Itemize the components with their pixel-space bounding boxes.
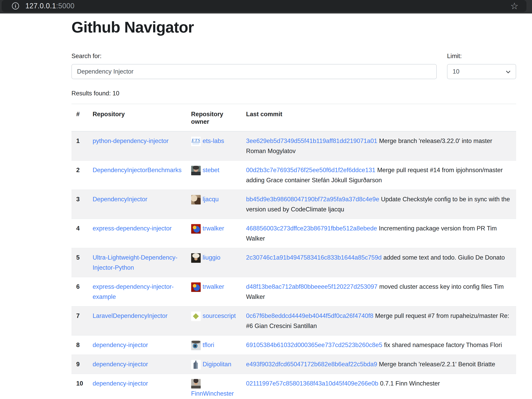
url-port: :5000 (56, 2, 75, 10)
limit-selected-value: 10 (453, 68, 459, 75)
repository-link[interactable]: express-dependency-injector-example (93, 283, 173, 300)
owner-avatar: ETS (191, 137, 201, 146)
repository-cell: Ultra-Lightweight-Dependency-Injector-Py… (88, 248, 186, 277)
row-number: 1 (71, 131, 88, 161)
commit-message: Merge branch 'release/2.2.1' Benoit Bria… (379, 361, 495, 368)
search-form: Search for: Limit: 10 (71, 53, 516, 79)
star-outline-icon[interactable]: ☆ (510, 1, 519, 11)
owner-avatar (191, 253, 201, 263)
row-number: 10 (71, 374, 88, 399)
table-row: 6 express-dependency-injector-example tr… (71, 277, 516, 306)
owner-link[interactable]: FinnWinchester (191, 390, 234, 397)
commit-hash-link[interactable]: 69105384b61032d000365ee737cd2523b260c8e5 (246, 342, 382, 348)
owner-avatar (191, 224, 201, 233)
owner-link[interactable]: stebet (203, 166, 219, 173)
owner-avatar (191, 379, 201, 388)
info-circle-icon[interactable]: i (12, 2, 19, 10)
repository-link[interactable]: Ultra-Lightweight-Dependency-Injector-Py… (93, 254, 177, 271)
search-input[interactable] (71, 64, 437, 79)
owner-cell: trwalker (186, 219, 241, 248)
ets-logo-text: ETS (191, 137, 201, 143)
row-number: 6 (71, 277, 88, 306)
repository-link[interactable]: LaravelDependencyInjector (93, 312, 167, 319)
commit-hash-link[interactable]: e493f9032dfcd65047172b682e8b6eaf22c5bda9 (246, 361, 377, 368)
repository-cell: DependencyInjector (88, 190, 186, 219)
repository-cell: dependency-injector (88, 355, 186, 374)
repository-link[interactable]: express-dependency-injector (93, 225, 171, 232)
row-number: 9 (71, 355, 88, 374)
owner-link[interactable]: ets-labs (203, 137, 224, 144)
owner-avatar (191, 195, 201, 204)
owner-link[interactable]: sourcescript (203, 312, 236, 319)
owner-link[interactable]: liuggio (203, 254, 221, 261)
commit-cell: 0c67f6be8eddcd4449eb4044f5df0ca26f4740f8… (241, 306, 516, 336)
repository-link[interactable]: python-dependency-injector (93, 137, 169, 144)
commit-hash-link[interactable]: 02111997e57c85801368f43a10d45f409e266e0b (246, 380, 378, 387)
table-row: 7 LaravelDependencyInjector sourcescript… (71, 306, 516, 336)
commit-message: added some text and todo. Giulio De Dona… (383, 254, 505, 261)
table-row: 4 express-dependency-injector trwalker 4… (71, 219, 516, 248)
table-row: 5 Ultra-Lightweight-Dependency-Injector-… (71, 248, 516, 277)
limit-label: Limit: (447, 53, 516, 60)
limit-select[interactable]: 10 (447, 64, 516, 79)
repository-cell: dependency-injector (88, 374, 186, 399)
commit-hash-link[interactable]: 468856003c273dffce23b86791fbbe512a8ebede (246, 225, 377, 232)
repository-link[interactable]: dependency-injector (93, 361, 148, 368)
commit-hash-link[interactable]: 3ee629eb5d7349d55f41b119aff81dd219071a01 (246, 137, 377, 144)
owner-cell: stebet (186, 161, 241, 190)
row-number: 5 (71, 248, 88, 277)
owner-cell: liuggio (186, 248, 241, 277)
sourcescript-logo-icon (193, 313, 199, 319)
repository-link[interactable]: dependency-injector (93, 380, 148, 387)
repository-link[interactable]: DependencyInjectorBenchmarks (93, 166, 181, 173)
repository-cell: LaravelDependencyInjector (88, 306, 186, 336)
owner-cell: Digipolitan (186, 355, 241, 374)
header-number: # (71, 104, 88, 131)
url-bar[interactable]: i 127.0.0.1:5000 ☆ (2, 0, 526, 12)
commit-cell: 00d2b3c7e76935d76f25ee50f6d1f2ef6ddce131… (241, 161, 516, 190)
owner-link[interactable]: trwalker (203, 283, 224, 290)
chevron-down-icon (506, 69, 511, 74)
repository-cell: DependencyInjectorBenchmarks (88, 161, 186, 190)
owner-link[interactable]: tflori (203, 342, 214, 348)
results-count: Results found: 10 (71, 90, 516, 97)
row-number: 8 (71, 336, 88, 355)
page-content: Github Navigator Search for: Limit: 10 R… (71, 18, 516, 399)
header-repository: Repository (88, 104, 186, 131)
owner-link[interactable]: trwalker (203, 225, 224, 232)
owner-cell: sourcescript (186, 306, 241, 336)
repository-link[interactable]: DependencyInjector (93, 196, 147, 203)
commit-cell: e493f9032dfcd65047172b682e8b6eaf22c5bda9… (241, 355, 516, 374)
commit-cell: 468856003c273dffce23b86791fbbe512a8ebede… (241, 219, 516, 248)
limit-group: Limit: 10 (447, 53, 516, 79)
url-text[interactable]: 127.0.0.1:5000 (25, 2, 75, 10)
table-row: 2 DependencyInjectorBenchmarks stebet 00… (71, 161, 516, 190)
header-commit: Last commit (241, 104, 516, 131)
commit-hash-link[interactable]: 00d2b3c7e76935d76f25ee50f6d1f2ef6ddce131 (246, 166, 376, 173)
owner-avatar (191, 312, 201, 321)
commit-cell: d48f13be8ac712abf80bbeeee5f120227d253097… (241, 277, 516, 306)
commit-hash-link[interactable]: d48f13be8ac712abf80bbeeee5f120227d253097 (246, 283, 378, 290)
row-number: 7 (71, 306, 88, 336)
commit-hash-link[interactable]: bb45d9e3b98608047190bf72a95fa9a37d8c4e9e (246, 196, 379, 203)
commit-cell: 2c30746c1a91b4947583416c833b1644a85c759d… (241, 248, 516, 277)
row-number: 4 (71, 219, 88, 248)
commit-hash-link[interactable]: 0c67f6be8eddcd4449eb4044f5df0ca26f4740f8 (246, 312, 374, 319)
url-host: 127.0.0.1 (25, 2, 56, 10)
row-number: 3 (71, 190, 88, 219)
owner-link[interactable]: ljacqu (203, 196, 219, 203)
results-table: # Repository Repository owner Last commi… (71, 104, 516, 399)
repository-cell: python-dependency-injector (88, 131, 186, 161)
commit-cell: 69105384b61032d000365ee737cd2523b260c8e5… (241, 336, 516, 355)
commit-hash-link[interactable]: 2c30746c1a91b4947583416c833b1644a85c759d (246, 254, 382, 261)
page-title: Github Navigator (71, 18, 516, 36)
table-row: 9 dependency-injector Digipolitan e493f9… (71, 355, 516, 374)
repository-link[interactable]: dependency-injector (93, 342, 148, 348)
commit-cell: bb45d9e3b98608047190bf72a95fa9a37d8c4e9e… (241, 190, 516, 219)
owner-avatar (191, 360, 201, 369)
owner-link[interactable]: Digipolitan (203, 361, 231, 368)
owner-avatar (191, 282, 201, 292)
table-row: 1 python-dependency-injector ETS ets-lab… (71, 131, 516, 161)
commit-cell: 3ee629eb5d7349d55f41b119aff81dd219071a01… (241, 131, 516, 161)
search-group: Search for: (71, 53, 437, 79)
